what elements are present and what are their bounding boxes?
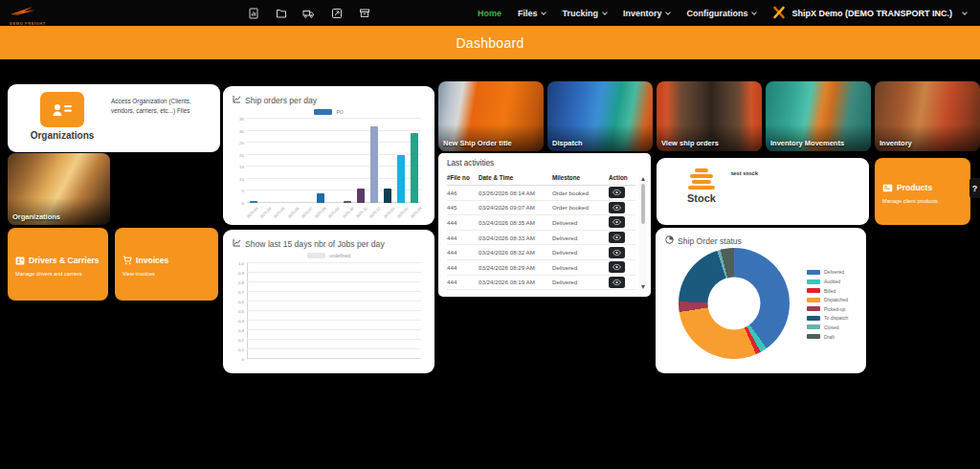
tile-inventory-movements[interactable]: Inventory Movements — [766, 81, 871, 151]
column-header: #File no — [447, 174, 479, 181]
tile-dispatch[interactable]: Dispatch — [547, 81, 653, 151]
files-icon[interactable] — [275, 7, 287, 19]
legend-label: Dispatched — [824, 297, 848, 302]
y-tick-label: 0,7 — [238, 290, 244, 295]
bar-2025-12[interactable] — [370, 126, 378, 203]
gridline — [247, 348, 421, 349]
nav-item-inventory[interactable]: Inventory — [623, 9, 671, 18]
cell-datetime: 03/24/2026 08:35 AM — [479, 219, 552, 226]
tile-label: Dispatch — [552, 139, 583, 147]
legend-swatch — [807, 334, 820, 339]
bar-2025-11[interactable] — [357, 189, 365, 203]
cell-file-no: 444 — [447, 264, 479, 271]
table-body: 44603/26/2026 08:14 AMOrder booked44503/… — [447, 186, 635, 290]
tile-organizations[interactable]: Organizations — [8, 153, 110, 225]
organizations-card[interactable]: Organizations Access Organization (Clien… — [8, 84, 220, 152]
view-action-button[interactable] — [609, 247, 625, 258]
products-card[interactable]: Products Manage client products — [875, 158, 970, 225]
legend-swatch — [807, 279, 820, 284]
bar-2026-02[interactable] — [397, 155, 405, 203]
cell-action — [609, 187, 635, 198]
question-mark-icon: ? — [972, 184, 978, 193]
view-action-button[interactable] — [609, 277, 625, 288]
legend-swatch — [807, 306, 820, 311]
gridline — [247, 142, 421, 143]
stock-card[interactable]: Stock test stock — [657, 158, 869, 225]
bar-2025-08[interactable] — [317, 193, 324, 203]
bar-2026-03[interactable] — [411, 133, 418, 203]
account-menu[interactable]: ShipX Demo (DEMO TRANSPORT INC.) — [772, 6, 967, 21]
legend-item-picked-up: Picked-up — [807, 306, 848, 312]
view-action-button[interactable] — [609, 261, 625, 273]
tile-label: Inventory — [880, 139, 912, 147]
y-tick-label: 0,3 — [238, 328, 244, 333]
cell-datetime: 03/24/2026 08:29 AM — [479, 264, 552, 271]
x-tick-label: 2025-05 — [273, 206, 286, 219]
legend-swatch — [307, 253, 325, 258]
cell-action — [609, 247, 635, 258]
view-action-button[interactable] — [609, 187, 625, 198]
cell-file-no: 445 — [447, 204, 479, 211]
scroll-up-icon[interactable] — [641, 177, 645, 181]
nav-item-trucking[interactable]: Trucking — [562, 9, 607, 18]
gridline — [247, 178, 421, 179]
bar-chart-x-axis: 2025-032025-042025-052025-062025-072025-… — [247, 203, 425, 220]
cell-milestone: Order booked — [552, 190, 609, 196]
gridline — [247, 190, 421, 190]
new-order-icon[interactable] — [330, 7, 343, 19]
tile-view-ship-orders[interactable]: View ship orders — [657, 81, 762, 151]
gridline — [247, 118, 421, 119]
tile-label: View ship orders — [661, 139, 719, 147]
column-header: Date & Time — [479, 174, 552, 181]
drivers-carriers-card[interactable]: Drivers & Carriers Manage drivers and ca… — [8, 228, 108, 301]
legend-label: Delivered — [824, 269, 844, 275]
scroll-down-icon[interactable] — [641, 285, 645, 289]
donut-wrap: DeliveredAuditedBilledDispatchedPicked-u… — [665, 246, 857, 359]
donut-chart[interactable] — [679, 248, 790, 359]
chevron-down-icon — [752, 10, 758, 15]
main-menu: HomeFilesTruckingInventoryConfigurations… — [478, 0, 967, 26]
chevron-down-icon — [602, 10, 608, 15]
scrollbar-thumb[interactable] — [641, 184, 645, 224]
y-tick-label: 0,9 — [238, 271, 244, 276]
tile-inventory[interactable]: Inventory — [875, 81, 980, 151]
x-tick-label: 2025-11 — [355, 206, 368, 219]
organizations-icon[interactable] — [247, 7, 259, 19]
cell-milestone: Delivered — [552, 219, 609, 226]
gridline — [247, 310, 421, 311]
cell-file-no: 444 — [447, 279, 479, 285]
invoices-title: Invoices — [136, 256, 168, 265]
view-action-button[interactable] — [609, 202, 625, 213]
view-action-button[interactable] — [609, 232, 625, 243]
nav-item-home[interactable]: Home — [478, 9, 501, 18]
tile-new-ship-order[interactable]: New Ship Order title — [438, 81, 544, 151]
legend-label: To dispatch — [824, 315, 848, 321]
bar-2026-01[interactable] — [384, 189, 391, 203]
nav-item-files[interactable]: Files — [518, 9, 546, 18]
chart-title: Show last 15 days nbr of Jobs per day — [245, 239, 385, 249]
last-activities-title: Last activities — [447, 159, 642, 168]
products-title: Products — [897, 183, 932, 192]
inventory-icon[interactable] — [358, 7, 370, 19]
app-logo[interactable]: DEMO FREIGHT — [10, 3, 67, 26]
line-chart-plot: 1,00,90,80,70,60,50,40,30,20,10 — [247, 263, 421, 359]
y-tick-label: 25 — [239, 141, 244, 145]
legend-label: Closed — [824, 324, 839, 330]
legend-item-dispatched: Dispatched — [807, 297, 848, 302]
table-row: 44403/24/2026 08:32 AMDelivered — [447, 245, 635, 260]
y-tick-label: 20 — [239, 152, 244, 157]
y-axis-line — [247, 263, 248, 359]
drivers-title-row: Drivers & Carriers — [15, 252, 100, 269]
nav-item-configurations[interactable]: Configurations — [686, 9, 756, 18]
products-icon — [882, 179, 893, 196]
table-scrollbar[interactable] — [639, 176, 647, 290]
tile-label: New Ship Order title — [443, 139, 512, 147]
view-action-button[interactable] — [609, 216, 625, 228]
table-row: 44403/24/2026 08:19 AMDelivered — [447, 276, 635, 291]
account-label: ShipX Demo (DEMO TRANSPORT INC.) — [791, 9, 952, 18]
y-tick-label: 0 — [242, 357, 244, 362]
truck-icon[interactable] — [302, 7, 315, 19]
invoices-card[interactable]: Invoices View invoices — [115, 228, 218, 301]
y-tick-label: 10 — [239, 176, 244, 181]
help-tab[interactable]: ? — [969, 178, 980, 198]
